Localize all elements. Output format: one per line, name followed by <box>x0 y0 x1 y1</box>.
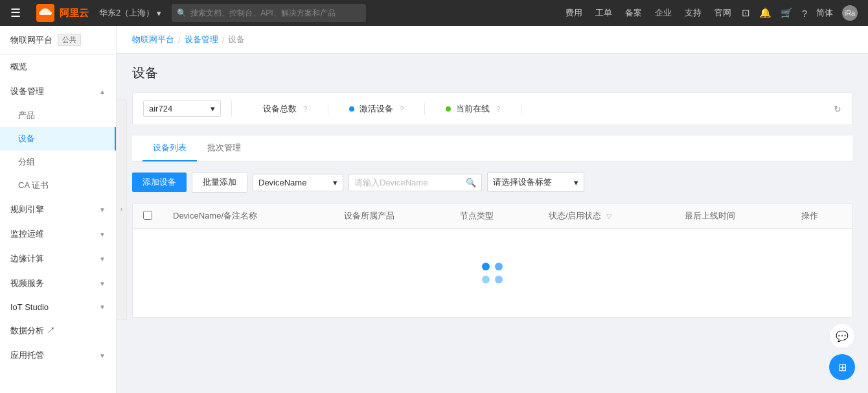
col-device-name: DeviceName/备注名称 <box>163 204 334 229</box>
tab-bar: 设备列表 批次管理 <box>132 136 852 161</box>
product-select-value: air724 <box>149 104 172 113</box>
fixed-action-buttons: 💬 ⊞ <box>829 323 855 380</box>
grid-button[interactable]: ⊞ <box>829 354 855 380</box>
chevron-down-icon: ▼ <box>99 352 106 359</box>
sidebar-item-iot-studio[interactable]: IoT Studio ▼ <box>0 296 116 318</box>
sidebar-collapse-button[interactable]: ‹ <box>117 99 127 320</box>
hamburger-icon[interactable]: ☰ <box>10 6 21 20</box>
logo: 阿里云 <box>36 4 89 22</box>
search-icon[interactable]: 🔍 <box>466 178 476 187</box>
image-icon[interactable]: ⊡ <box>742 7 750 19</box>
region-selector[interactable]: 华东2（上海） ▾ <box>99 7 161 19</box>
user-avatar[interactable]: iRa <box>842 5 858 21</box>
col-product: 设备所属产品 <box>334 204 450 229</box>
language-switch[interactable]: 简体 <box>816 7 833 19</box>
nav-enterprise[interactable]: 企业 <box>655 7 672 19</box>
stats-total-label: 设备总数 <box>263 103 297 115</box>
col-actions: 操作 <box>791 204 852 229</box>
sidebar-item-data-analysis[interactable]: 数据分析 ↗ <box>0 318 116 343</box>
sidebar-item-ca-cert[interactable]: CA 证书 <box>0 174 116 197</box>
sidebar-wrapper: 物联网平台 公共 概览 设备管理 ▲ 产品 设备 分组 CA 证书 规则引擎 ▼… <box>0 26 117 393</box>
stats-online-help[interactable]: ? <box>496 105 500 113</box>
loading-dots-row2 <box>482 276 503 283</box>
product-select-wrap: air724 ▾ <box>143 101 232 117</box>
tag-dropdown-icon: ▾ <box>574 178 578 187</box>
device-search-box: 🔍 <box>348 174 482 191</box>
sidebar-item-products[interactable]: 产品 <box>0 104 116 127</box>
sidebar-platform-label: 物联网平台 <box>10 34 52 46</box>
sidebar-badge[interactable]: 公共 <box>58 34 81 46</box>
toolbar: 添加设备 批量添加 DeviceName ▾ 🔍 请选择设备标签 ▾ <box>132 172 852 193</box>
batch-add-button[interactable]: 批量添加 <box>192 172 247 193</box>
nav-icons: ⊡ 🔔 🛒 ? 简体 iRa <box>742 5 858 21</box>
sidebar-item-devices[interactable]: 设备 <box>0 127 116 150</box>
notification-icon[interactable]: 🔔 <box>759 7 771 19</box>
tag-select[interactable]: 请选择设备标签 ▾ <box>487 173 584 192</box>
sidebar-item-overview[interactable]: 概览 <box>0 54 116 79</box>
chevron-down-icon: ▼ <box>99 304 106 311</box>
stats-activated-label: 激活设备 <box>360 103 393 115</box>
chat-button[interactable]: 💬 <box>829 323 855 349</box>
loading-dot-1 <box>482 263 490 270</box>
top-navigation: ☰ 阿里云 华东2（上海） ▾ 🔍 搜索文档、控制台、API、解决方案和产品 费… <box>0 0 868 26</box>
dropdown-icon: ▾ <box>211 104 215 113</box>
filter-type-select[interactable]: DeviceName ▾ <box>253 174 343 191</box>
breadcrumb-device-management[interactable]: 设备管理 <box>185 34 218 45</box>
add-device-button[interactable]: 添加设备 <box>132 173 187 192</box>
nav-cost[interactable]: 费用 <box>565 7 582 19</box>
device-search-input[interactable] <box>354 178 463 187</box>
main-layout: 物联网平台 公共 概览 设备管理 ▲ 产品 设备 分组 CA 证书 规则引擎 ▼… <box>0 26 868 393</box>
sidebar-item-video[interactable]: 视频服务 ▼ <box>0 271 116 296</box>
chevron-up-icon: ▲ <box>99 88 106 95</box>
content-area: 设备 air724 ▾ 设备总数 ? 激活设备 ? <box>117 54 868 328</box>
sidebar-item-device-management[interactable]: 设备管理 ▲ <box>0 79 116 104</box>
nav-support[interactable]: 支持 <box>685 7 702 19</box>
breadcrumb-iot[interactable]: 物联网平台 <box>132 34 174 45</box>
nav-record[interactable]: 备案 <box>625 7 642 19</box>
select-all-checkbox[interactable] <box>143 211 152 220</box>
tab-batch-management[interactable]: 批次管理 <box>197 136 251 161</box>
breadcrumb-devices: 设备 <box>228 34 245 45</box>
tag-select-label: 请选择设备标签 <box>493 176 552 188</box>
tab-device-list[interactable]: 设备列表 <box>143 136 197 161</box>
refresh-button[interactable]: ↻ <box>834 104 841 114</box>
loading-dot-3 <box>482 276 490 283</box>
brand-name: 阿里云 <box>60 7 89 19</box>
aliyun-icon <box>36 4 54 22</box>
loading-dots-row1 <box>482 263 503 270</box>
nav-ticket[interactable]: 工单 <box>595 7 612 19</box>
activated-dot <box>349 106 354 112</box>
filter-dropdown-icon: ▾ <box>333 178 337 187</box>
sidebar-item-rules[interactable]: 规则引擎 ▼ <box>0 197 116 222</box>
chevron-down-icon: ▼ <box>99 256 106 263</box>
nav-official[interactable]: 官网 <box>714 7 731 19</box>
status-filter-icon[interactable]: ▽ <box>606 212 611 220</box>
stats-total: 设备总数 ? <box>242 103 328 115</box>
nav-links: 费用 工单 备案 企业 支持 官网 <box>565 7 731 19</box>
filter-type-label: DeviceName <box>258 178 306 187</box>
sidebar-item-groups[interactable]: 分组 <box>0 150 116 174</box>
global-search[interactable]: 🔍 搜索文档、控制台、API、解决方案和产品 <box>172 4 366 22</box>
main-content: 物联网平台 / 设备管理 / 设备 设备 air724 ▾ 设备总数 ? <box>117 26 868 393</box>
sidebar-item-edge[interactable]: 边缘计算 ▼ <box>0 246 116 271</box>
stats-online-label: 当前在线 <box>456 103 490 115</box>
col-node-type: 节点类型 <box>450 204 538 229</box>
col-status: 状态/启用状态 ▽ <box>538 204 674 229</box>
online-dot <box>446 106 451 112</box>
table: DeviceName/备注名称 设备所属产品 节点类型 状态/启用状态 ▽ 最后… <box>133 204 852 317</box>
chevron-down-icon: ▼ <box>99 231 106 238</box>
stats-activated: 激活设备 ? <box>328 103 425 115</box>
loading-dot-4 <box>495 276 503 283</box>
stats-online: 当前在线 ? <box>425 103 521 115</box>
product-select[interactable]: air724 ▾ <box>143 101 221 117</box>
sidebar-item-monitor[interactable]: 监控运维 ▼ <box>0 222 116 246</box>
stats-activated-help[interactable]: ? <box>400 105 404 113</box>
sidebar-item-app-hosting[interactable]: 应用托管 ▼ <box>0 343 116 368</box>
chevron-down-icon: ▼ <box>99 280 106 287</box>
chevron-down-icon: ▼ <box>99 206 106 213</box>
help-icon[interactable]: ? <box>802 8 807 19</box>
cart-icon[interactable]: 🛒 <box>781 7 793 19</box>
stats-total-help[interactable]: ? <box>303 105 307 113</box>
page-title: 设备 <box>132 64 852 82</box>
search-placeholder: 搜索文档、控制台、API、解决方案和产品 <box>190 8 335 19</box>
